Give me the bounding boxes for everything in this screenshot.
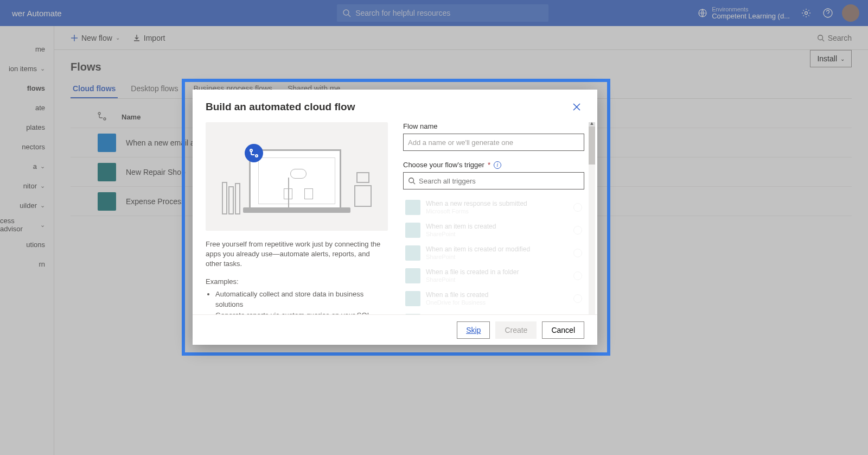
examples-heading: Examples: [206, 277, 388, 287]
flow-badge-icon [245, 144, 263, 162]
trigger-item[interactable]: When an item is created or modifiedShare… [403, 242, 584, 264]
connector-icon [405, 291, 420, 306]
info-icon[interactable] [573, 294, 582, 303]
trigger-search-input[interactable] [419, 177, 579, 185]
scroll-thumb[interactable] [589, 127, 595, 165]
scroll-up-icon[interactable]: ▲ [589, 122, 595, 127]
connector-icon [405, 200, 420, 215]
svg-point-13 [250, 149, 252, 151]
illustration [206, 122, 388, 231]
trigger-label: Choose your flow's trigger* i [403, 161, 584, 169]
info-icon[interactable] [573, 271, 582, 280]
trigger-item[interactable]: When an item is createdSharePoint [403, 219, 584, 242]
scrollbar[interactable]: ▲ ▼ [589, 127, 595, 314]
svg-point-15 [409, 178, 414, 183]
trigger-item[interactable]: When a task is assigned to mePlanner [403, 310, 584, 314]
flow-name-label: Flow name [403, 122, 584, 130]
build-automated-flow-modal: Build an automated cloud flow [193, 90, 597, 345]
trigger-search[interactable] [403, 172, 584, 189]
connector-icon [405, 314, 420, 314]
flow-name-input[interactable] [403, 134, 584, 151]
triggers-list: When a new response is submittedMicrosof… [403, 196, 584, 314]
trigger-item[interactable]: When a file is created in a folderShareP… [403, 264, 584, 287]
modal-right-panel: Flow name Choose your flow's trigger* i … [403, 122, 584, 314]
modal-title: Build an automated cloud flow [206, 101, 569, 113]
modal-description: Free yourself from repetitive work just … [206, 239, 388, 269]
examples-list: Automatically collect and store data in … [206, 289, 388, 314]
connector-icon [405, 268, 420, 283]
trigger-item[interactable]: When a file is createdOneDrive for Busin… [403, 287, 584, 310]
close-icon [573, 103, 580, 111]
create-button[interactable]: Create [495, 321, 537, 339]
search-icon [408, 177, 416, 185]
info-icon[interactable] [573, 226, 582, 235]
skip-button[interactable]: Skip [457, 321, 490, 339]
close-button[interactable] [569, 99, 584, 115]
connector-icon [405, 223, 420, 238]
modal-footer: Skip Create Cancel [193, 314, 597, 345]
svg-point-14 [256, 155, 258, 157]
cancel-button[interactable]: Cancel [542, 321, 584, 339]
info-icon[interactable] [573, 203, 582, 212]
svg-line-16 [413, 182, 416, 185]
connector-icon [405, 245, 420, 261]
modal-left-panel: Free yourself from repetitive work just … [206, 122, 388, 314]
info-icon[interactable]: i [494, 161, 501, 169]
trigger-item[interactable]: When a new response is submittedMicrosof… [403, 196, 584, 219]
info-icon[interactable] [573, 249, 582, 257]
